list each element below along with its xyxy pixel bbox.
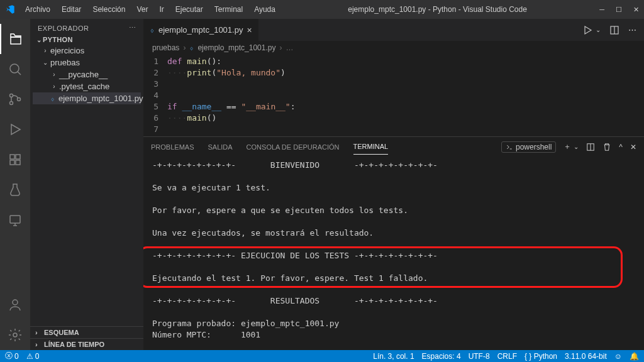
close-tab-icon[interactable]: ×	[247, 25, 252, 35]
menu-terminal[interactable]: Terminal	[209, 3, 248, 16]
tab-output[interactable]: SALIDA	[208, 140, 232, 155]
remote-icon[interactable]	[0, 205, 30, 235]
svg-rect-5	[16, 155, 20, 159]
status-notifications-icon[interactable]: 🔔	[630, 352, 639, 361]
split-terminal-icon[interactable]	[586, 143, 595, 151]
titlebar: Archivo Editar Selección Ver Ir Ejecutar…	[0, 0, 644, 19]
python-file-icon: ⬨	[50, 94, 55, 103]
close-icon[interactable]: ✕	[633, 6, 639, 14]
svg-point-0	[10, 64, 19, 73]
svg-rect-7	[16, 160, 20, 165]
menubar: Archivo Editar Selección Ver Ir Ejecutar…	[20, 3, 280, 16]
menu-edit[interactable]: Editar	[57, 3, 86, 16]
editor-tabs: ⬨ ejemplo_mptc_1001.py × ⌄ ⋯	[143, 19, 644, 41]
activity-bar	[0, 19, 30, 350]
svg-point-3	[18, 98, 21, 101]
tab-debug-console[interactable]: CONSOLA DE DEPURACIÓN	[247, 140, 340, 155]
svg-rect-8	[10, 216, 20, 223]
testing-icon[interactable]	[0, 175, 30, 205]
tab-terminal[interactable]: TERMINAL	[353, 139, 389, 155]
breadcrumb[interactable]: pruebas› ⬨ejemplo_mptc_1001.py›…	[143, 41, 644, 55]
run-icon[interactable]	[583, 25, 593, 35]
status-errors[interactable]: ⓧ 0	[5, 351, 19, 361]
status-spaces[interactable]: Espacios: 4	[422, 352, 461, 361]
terminal-dropdown-icon[interactable]: ⌄	[574, 143, 579, 150]
svg-point-9	[13, 300, 18, 305]
code-editor[interactable]: 1def main(): 2····print("Hola, mundo") 3…	[143, 55, 644, 136]
svg-rect-4	[10, 155, 14, 159]
menu-run[interactable]: Ejecutar	[170, 3, 208, 16]
explorer-sidebar: EXPLORADOR ⋯ ⌄PYTHON ›ejercicios ⌄prueba…	[30, 19, 143, 350]
menu-go[interactable]: Ir	[154, 3, 169, 16]
run-dropdown-icon[interactable]: ⌄	[596, 26, 601, 33]
status-python-version[interactable]: 3.11.0 64-bit	[565, 352, 607, 361]
shell-selector[interactable]: powershell	[501, 141, 556, 153]
explorer-icon[interactable]	[0, 24, 30, 54]
accounts-icon[interactable]	[0, 290, 30, 320]
folder-pruebas[interactable]: ⌄pruebas	[33, 57, 141, 69]
menu-view[interactable]: Ver	[131, 3, 153, 16]
status-feedback-icon[interactable]: ☺	[614, 352, 622, 361]
search-icon[interactable]	[0, 54, 30, 84]
menu-help[interactable]: Ayuda	[249, 3, 280, 16]
explorer-title: EXPLORADOR	[38, 25, 89, 32]
vscode-logo-icon	[5, 4, 15, 14]
folder-ejercicios[interactable]: ›ejercicios	[33, 45, 141, 57]
status-bar: ⓧ 0 ⚠ 0 Lín. 3, col. 1 Espacios: 4 UTF-8…	[0, 350, 644, 362]
bottom-panel: PROBLEMAS SALIDA CONSOLA DE DEPURACIÓN T…	[143, 136, 644, 350]
status-language[interactable]: { } Python	[525, 352, 557, 361]
svg-point-10	[13, 333, 17, 337]
run-debug-icon[interactable]	[0, 114, 30, 145]
terminal-output[interactable]: -+-+-+-+-+-+-+-+- BIENVENIDO -+-+-+-+-+-…	[143, 157, 644, 350]
file-ejemplo[interactable]: ⬨ejemplo_mptc_1001.py	[33, 92, 141, 104]
more-icon[interactable]: ⋯	[129, 24, 136, 32]
maximize-icon[interactable]: ☐	[616, 6, 622, 14]
new-terminal-icon[interactable]: ＋	[564, 141, 571, 152]
close-panel-icon[interactable]: ✕	[630, 143, 636, 151]
svg-point-1	[10, 94, 13, 97]
menu-file[interactable]: Archivo	[20, 3, 55, 16]
tab-label: ejemplo_mptc_1001.py	[158, 25, 243, 35]
workspace-root[interactable]: ⌄PYTHON	[33, 35, 141, 45]
menu-selection[interactable]: Selección	[87, 3, 130, 16]
source-control-icon[interactable]	[0, 84, 30, 114]
status-encoding[interactable]: UTF-8	[469, 352, 490, 361]
maximize-panel-icon[interactable]: ^	[619, 143, 623, 151]
svg-point-2	[10, 102, 13, 105]
settings-icon[interactable]	[0, 320, 30, 350]
kill-terminal-icon[interactable]	[602, 143, 611, 151]
folder-pycache[interactable]: ›__pycache__	[33, 69, 141, 80]
folder-pytestcache[interactable]: ›.pytest_cache	[33, 80, 141, 92]
python-file-icon: ⬨	[150, 25, 155, 35]
split-editor-icon[interactable]	[609, 25, 619, 35]
minimize-icon[interactable]: ─	[599, 6, 604, 14]
outline-section[interactable]: ›ESQUEMA	[30, 326, 143, 338]
more-actions-icon[interactable]: ⋯	[628, 25, 636, 35]
status-warnings[interactable]: ⚠ 0	[26, 352, 40, 361]
extensions-icon[interactable]	[0, 145, 30, 175]
svg-rect-6	[10, 160, 14, 165]
status-eol[interactable]: CRLF	[497, 352, 517, 361]
tab-ejemplo[interactable]: ⬨ ejemplo_mptc_1001.py ×	[143, 19, 259, 41]
window-title: ejemplo_mptc_1001.py - Python - Visual S…	[280, 5, 594, 14]
timeline-section[interactable]: ›LÍNEA DE TIEMPO	[30, 338, 143, 350]
status-cursor[interactable]: Lín. 3, col. 1	[373, 352, 414, 361]
tab-problems[interactable]: PROBLEMAS	[151, 140, 194, 155]
